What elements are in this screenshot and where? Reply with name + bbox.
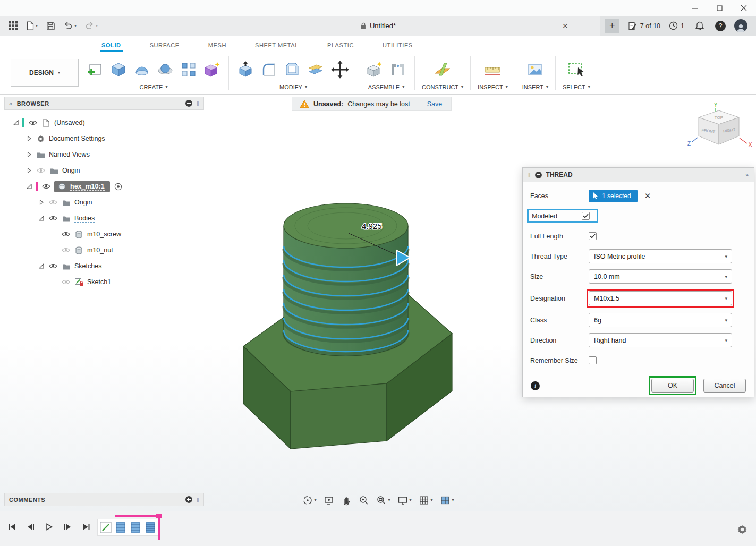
timeline-sketch-feature[interactable] <box>99 521 112 534</box>
size-select[interactable]: 10.0 mm ▾ <box>589 269 732 284</box>
timeline-play-button[interactable] <box>45 523 54 531</box>
visibility-eye-off-icon[interactable] <box>61 279 71 285</box>
extrude-button[interactable] <box>109 60 128 79</box>
panel-grip-icon[interactable]: ‖ <box>197 497 199 503</box>
tree-item-component-origin[interactable]: Origin <box>4 194 204 210</box>
group-label-assemble[interactable]: ASSEMBLE ▾ <box>368 84 404 90</box>
window-minimize-button[interactable] <box>683 0 707 16</box>
create-form-button[interactable] <box>202 60 222 79</box>
timeline-step-back-button[interactable] <box>26 523 35 531</box>
thread-type-select[interactable]: ISO Metric profile ▾ <box>589 249 732 263</box>
new-component-button[interactable] <box>365 60 384 79</box>
tab-surface[interactable]: SURFACE <box>148 39 181 52</box>
tree-item-hex-m10-component[interactable]: hex_m10:1 <box>4 178 204 194</box>
viewports-button[interactable]: ▾ <box>439 494 455 507</box>
tree-item-m10-screw-body[interactable]: m10_screw <box>4 226 204 242</box>
tab-mesh[interactable]: MESH <box>207 39 228 52</box>
cancel-button[interactable]: Cancel <box>703 379 746 393</box>
direction-select[interactable]: Right hand ▾ <box>589 333 732 347</box>
combine-button[interactable] <box>306 60 325 79</box>
workspace-selector-button[interactable]: DESIGN ▾ <box>11 59 79 87</box>
collapsed-arrow-icon[interactable] <box>26 136 32 141</box>
ok-button[interactable]: OK <box>651 379 694 393</box>
grid-snap-button[interactable]: ▾ <box>418 494 434 507</box>
redo-button[interactable]: ▾ <box>82 20 100 32</box>
collapsed-arrow-icon[interactable] <box>38 200 45 205</box>
sphere-button[interactable] <box>156 60 175 79</box>
construct-plane-button[interactable] <box>433 60 452 79</box>
shaft-top-face[interactable] <box>284 203 408 248</box>
new-document-tab-button[interactable]: + <box>605 19 619 33</box>
timeline-begin-button[interactable] <box>7 523 16 531</box>
pattern-button[interactable] <box>179 60 198 79</box>
alerts-button[interactable] <box>693 19 707 32</box>
viewport[interactable]: 4.925 Y TOP FRONT RIGHT Z X Unsaved: Cha… <box>0 95 756 511</box>
insert-canvas-button[interactable] <box>525 60 545 79</box>
tree-item-origin[interactable]: Origin <box>4 163 204 178</box>
shell-button[interactable] <box>283 60 302 79</box>
timeline-settings-button[interactable] <box>737 524 747 536</box>
activate-component-radio-icon[interactable] <box>113 183 123 191</box>
class-select[interactable]: 6g ▾ <box>589 313 732 327</box>
dialog-expand-icon[interactable]: » <box>745 172 749 178</box>
visibility-eye-icon[interactable] <box>41 183 51 190</box>
visibility-eye-icon[interactable] <box>48 263 58 269</box>
tree-item-root-document[interactable]: (Unsaved) <box>4 115 204 131</box>
zoom-button[interactable] <box>358 494 369 507</box>
faces-selected-chip[interactable]: 1 selected <box>589 190 638 202</box>
collapsed-arrow-icon[interactable] <box>26 152 32 157</box>
user-avatar[interactable] <box>734 19 747 32</box>
tree-item-named-views[interactable]: Named Views <box>4 147 204 163</box>
orbit-button[interactable]: ▾ <box>301 494 317 507</box>
timeline-extrude-feature[interactable] <box>129 521 142 534</box>
group-label-insert[interactable]: INSERT ▾ <box>522 84 548 90</box>
create-sketch-button[interactable] <box>86 60 105 79</box>
dialog-collapse-icon[interactable] <box>535 172 542 178</box>
tree-item-document-settings[interactable]: Document Settings <box>4 131 204 147</box>
notification-center-button[interactable]: 1 <box>669 21 684 30</box>
save-link[interactable]: Save <box>418 97 452 110</box>
tab-utilities[interactable]: UTILITIES <box>381 39 414 52</box>
remember-size-checkbox[interactable] <box>589 356 597 364</box>
timeline-extrude-feature[interactable] <box>114 521 127 534</box>
visibility-eye-icon[interactable] <box>48 215 58 221</box>
full-length-checkbox[interactable] <box>589 232 597 240</box>
group-label-select[interactable]: SELECT ▾ <box>563 84 590 90</box>
visibility-eye-off-icon[interactable] <box>61 247 71 253</box>
clear-selection-icon[interactable]: ✕ <box>644 191 651 201</box>
group-label-construct[interactable]: CONSTRUCT ▾ <box>422 84 463 90</box>
collapse-all-icon[interactable] <box>185 100 192 107</box>
visibility-eye-off-icon[interactable] <box>36 167 46 174</box>
tree-item-sketches-folder[interactable]: Sketches <box>4 258 204 274</box>
tab-plastic[interactable]: PLASTIC <box>326 39 355 52</box>
look-at-button[interactable] <box>322 494 334 507</box>
file-menu-button[interactable]: ▾ <box>24 19 40 32</box>
timeline-position-marker[interactable] <box>158 517 160 540</box>
tab-solid[interactable]: SOLID <box>100 39 123 52</box>
window-close-button[interactable] <box>732 0 756 16</box>
collapsed-arrow-icon[interactable] <box>26 168 32 173</box>
visibility-eye-icon[interactable] <box>61 231 71 237</box>
designation-select[interactable]: M10x1.5 ▾ <box>589 291 732 305</box>
thread-dialog-header[interactable]: ‖ THREAD » <box>523 168 754 182</box>
help-button[interactable]: ? <box>715 21 726 31</box>
press-pull-button[interactable] <box>236 60 255 79</box>
job-status-button[interactable]: 7 of 10 <box>628 22 660 30</box>
revolve-button[interactable] <box>132 60 151 79</box>
joint-button[interactable] <box>388 60 407 79</box>
modeled-checkbox[interactable] <box>582 212 590 220</box>
timeline-step-forward-button[interactable] <box>63 523 72 531</box>
collapse-panel-icon[interactable]: « <box>9 100 13 107</box>
tree-item-bodies-folder[interactable]: Bodies <box>4 210 204 226</box>
move-copy-button[interactable] <box>329 59 351 80</box>
hex-head-front-face[interactable] <box>291 383 387 449</box>
model-hex-bolt[interactable]: 4.925 <box>228 193 462 458</box>
group-label-modify[interactable]: MODIFY ▾ <box>279 84 307 90</box>
visibility-eye-icon[interactable] <box>28 120 38 126</box>
expanded-arrow-icon[interactable] <box>26 184 32 189</box>
visibility-eye-off-icon[interactable] <box>48 199 58 206</box>
timeline-thread-feature[interactable] <box>144 521 157 534</box>
group-label-inspect[interactable]: INSPECT ▾ <box>478 84 508 90</box>
tree-item-sketch1[interactable]: Sketch1 <box>4 274 204 290</box>
document-tab-close-button[interactable]: ✕ <box>558 16 573 36</box>
